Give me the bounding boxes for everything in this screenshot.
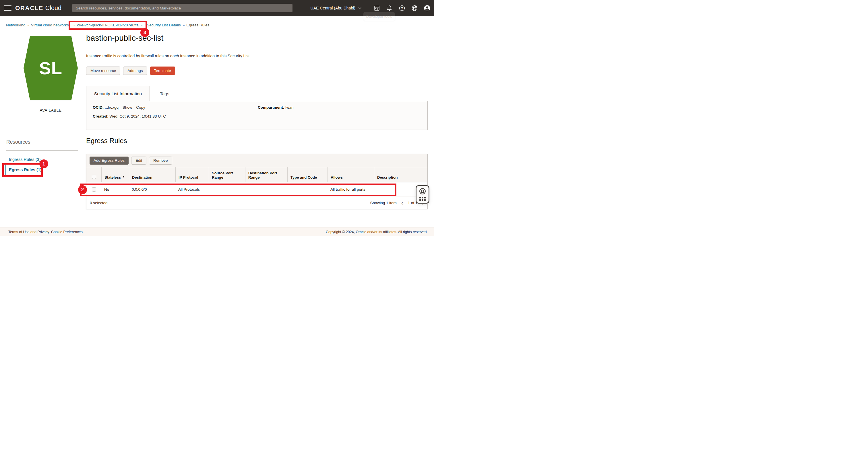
created-row: Created: Wed, Oct 9, 2024, 10:41:33 UTC [93,114,166,119]
ocid-label: OCID: [93,105,104,109]
edit-button[interactable]: Edit [131,157,146,165]
column-header-ip-protocol: IP Protocol [175,167,209,182]
column-header-stateless[interactable]: Stateless ▼ [101,167,129,182]
brand-cloud: Cloud [45,5,61,12]
chevron-down-icon [356,5,363,11]
sidebar-item-egress-rules[interactable]: Egress Rules (1) [9,167,42,172]
cell-destination: 0.0.0.0/0 [129,182,175,196]
breadcrumb-vcn-name[interactable]: oke-vcn-quick-IH-OKE-01-f207e8ffa [77,23,138,27]
tab-security-list-information[interactable]: Security List Information [86,86,150,101]
svg-text:?: ? [401,6,403,10]
user-avatar-icon[interactable] [424,5,431,11]
breadcrumb-security-list-details[interactable]: Security List Details [147,23,181,27]
hamburger-menu-icon[interactable] [4,5,11,11]
egress-toolbar: Add Egress Rules Edit Remove [86,154,427,167]
page-subtitle: Instance traffic is controlled by firewa… [86,54,249,58]
compartment-value: Iwan [285,105,293,109]
cell-stateless: No [101,182,129,196]
sidebar-item-ingress-rules[interactable]: Ingress Rules (3) [9,157,40,162]
page-title: bastion-public-sec-list [86,34,163,43]
ocid-show-link[interactable]: Show [123,105,132,109]
cookie-preferences-link[interactable]: Cookie Preferences [51,230,83,234]
support-widget[interactable] [415,185,429,204]
egress-table-footer: 0 selected Showing 1 item ‹ 1 of 1 › [86,196,427,209]
search-input[interactable] [72,4,292,12]
column-header-destination-port-range: Destination Port Range [245,167,287,182]
developer-tools-tooltip: Developer tools [363,12,395,21]
add-egress-rules-button[interactable]: Add Egress Rules [90,157,129,165]
region-selector[interactable]: UAE Central (Abu Dhabi) [311,5,363,11]
annotation-box-3: »oke-vcn-quick-IH-OKE-01-f207e8ffa»3 [69,21,147,30]
sidebar-divider [6,150,79,150]
developer-tools-icon[interactable] [373,5,380,11]
cell-ip-protocol: All Protocols [175,182,209,196]
column-header-destination: Destination [129,167,175,182]
grid-dots-icon [420,197,426,201]
created-label: Created: [93,114,108,119]
security-list-initials: SL [39,58,62,78]
breadcrumb-separator: » [141,23,143,27]
add-tags-button[interactable]: Add tags [123,67,147,75]
breadcrumb-networking[interactable]: Networking [6,23,26,27]
egress-table-header: Stateless ▼ Destination IP Protocol Sour… [86,167,427,182]
oracle-cloud-console-page: ORACLE Cloud UAE Central (Abu Dhabi) [0,0,434,236]
tab-tags[interactable]: Tags [158,86,172,101]
terms-of-use-link[interactable]: Terms of Use and Privacy [8,230,49,234]
breadcrumb: Networking»Virtual cloud networks»oke-vc… [6,22,210,28]
remove-button[interactable]: Remove [149,157,172,165]
copyright-text: Copyright © 2024, Oracle and/or its affi… [326,230,428,234]
cell-source-port-range [209,182,245,196]
table-row[interactable]: No 0.0.0.0/0 All Protocols All traffic f… [86,182,427,196]
security-list-hexagon-icon: SL [24,36,78,100]
row-checkbox[interactable] [92,187,96,192]
lifebuoy-icon [419,188,426,196]
ocid-copy-link[interactable]: Copy [136,105,145,109]
breadcrumb-separator: » [27,23,30,27]
help-icon[interactable]: ? [398,5,405,11]
cell-allows: All traffic for all ports [328,182,374,196]
breadcrumb-egress-rules: Egress Rules [186,23,209,27]
column-header-description: Description [374,167,427,182]
header-checkbox-cell [86,167,101,182]
move-resource-button[interactable]: Move resource [86,67,120,75]
column-header-source-port-range: Source Port Range [209,167,245,182]
resources-heading: Resources [6,139,30,145]
security-list-information-panel: OCID: ...lroxgq Show Copy Created: Wed, … [86,101,428,130]
cell-type-and-code [287,182,328,196]
egress-rules-heading: Egress Rules [86,137,127,145]
oracle-cloud-logo[interactable]: ORACLE Cloud [15,0,61,16]
annotation-circle-2: 2 [78,185,87,194]
globe-language-icon[interactable] [411,5,418,11]
ocid-value: ...lroxgq [105,105,119,109]
notifications-bell-icon[interactable] [386,5,393,11]
select-all-checkbox[interactable] [92,175,96,179]
ocid-row: OCID: ...lroxgq Show Copy [93,105,145,109]
status-badge: AVAILABLE [24,108,78,112]
breadcrumb-separator: » [73,23,75,27]
page-footer: Terms of Use and Privacy Cookie Preferen… [0,227,434,236]
annotation-circle-1: 1 [39,160,48,168]
sort-desc-icon: ▼ [122,175,125,179]
compartment-row: Compartment: Iwan [258,105,293,109]
breadcrumb-virtual-cloud-networks[interactable]: Virtual cloud networks [31,23,69,27]
cell-destination-port-range [245,182,287,196]
column-header-allows: Allows [328,167,374,182]
chevron-left-icon[interactable]: ‹ [401,200,403,206]
compartment-label: Compartment: [258,105,284,109]
selected-count: 0 selected [90,201,107,205]
column-header-type-and-code: Type and Code [287,167,328,182]
region-label: UAE Central (Abu Dhabi) [311,6,355,10]
created-value: Wed, Oct 9, 2024, 10:41:33 UTC [110,114,166,119]
brand-oracle: ORACLE [15,5,43,11]
sidebar-selected-indicator [5,165,6,175]
action-buttons: Move resource Add tags Terminate [86,67,175,75]
stateless-label: Stateless [104,175,121,179]
showing-items-text: Showing 1 item [370,201,397,205]
terminate-button[interactable]: Terminate [150,67,175,75]
row-checkbox-cell [86,182,101,196]
egress-rules-panel: Add Egress Rules Edit Remove Stateless ▼… [86,154,428,209]
breadcrumb-separator: » [183,23,185,27]
